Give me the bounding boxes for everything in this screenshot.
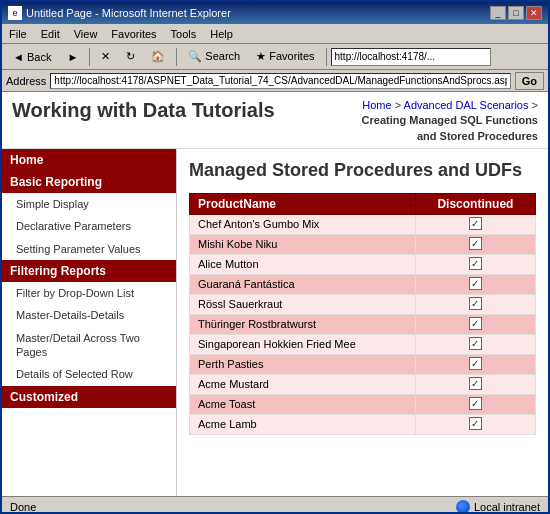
menu-tools[interactable]: Tools: [168, 27, 200, 41]
table-cell-name: Chef Anton's Gumbo Mix: [190, 214, 416, 234]
table-cell-discontinued: [415, 294, 535, 314]
address-bar: Address Go: [2, 70, 548, 92]
forward-button[interactable]: ►: [60, 48, 85, 66]
table-cell-discontinued: [415, 214, 535, 234]
go-button[interactable]: Go: [515, 72, 544, 90]
menu-help[interactable]: Help: [207, 27, 236, 41]
sidebar-home[interactable]: Home: [2, 149, 176, 171]
page-content: Working with Data Tutorials Home > Advan…: [2, 92, 548, 496]
toolbar-separator-2: [176, 48, 177, 66]
breadcrumb-section[interactable]: Advanced DAL Scenarios: [404, 99, 529, 111]
page-title: Working with Data Tutorials: [12, 98, 275, 122]
table-cell-discontinued: [415, 394, 535, 414]
minimize-button[interactable]: _: [490, 6, 506, 20]
sidebar-setting-parameter-values[interactable]: Setting Parameter Values: [2, 238, 176, 260]
table-cell-name: Acme Mustard: [190, 374, 416, 394]
search-button[interactable]: 🔍 Search: [181, 47, 247, 66]
checkbox-icon: [469, 237, 482, 250]
sidebar-master-detail-pages[interactable]: Master/Detail Across Two Pages: [2, 327, 176, 364]
data-table: ProductName Discontinued Chef Anton's Gu…: [189, 193, 536, 435]
globe-icon: [456, 500, 470, 514]
breadcrumb: Home > Advanced DAL Scenarios > Creating…: [358, 98, 538, 144]
checkbox-icon: [469, 397, 482, 410]
sidebar-filter-dropdown[interactable]: Filter by Drop-Down List: [2, 282, 176, 304]
table-cell-discontinued: [415, 414, 535, 434]
sidebar-basic-reporting[interactable]: Basic Reporting: [2, 171, 176, 193]
checkbox-icon: [469, 357, 482, 370]
table-cell-name: Acme Toast: [190, 394, 416, 414]
sidebar: Home Basic Reporting Simple Display Decl…: [2, 149, 177, 496]
toolbar: ◄ Back ► ✕ ↻ 🏠 🔍 Search ★ Favorites: [2, 44, 548, 70]
breadcrumb-separator: >: [532, 99, 538, 111]
status-bar: Done Local intranet: [2, 496, 548, 514]
table-cell-discontinued: [415, 234, 535, 254]
checkbox-icon: [469, 297, 482, 310]
window-controls[interactable]: _ □ ✕: [490, 6, 542, 20]
status-text: Done: [10, 501, 36, 513]
menu-view[interactable]: View: [71, 27, 101, 41]
page-body: Home Basic Reporting Simple Display Decl…: [2, 149, 548, 496]
title-bar: e Untitled Page - Microsoft Internet Exp…: [2, 2, 548, 24]
breadcrumb-home[interactable]: Home: [362, 99, 391, 111]
table-cell-name: Mishi Kobe Niku: [190, 234, 416, 254]
sidebar-declarative-parameters[interactable]: Declarative Parameters: [2, 215, 176, 237]
maximize-button[interactable]: □: [508, 6, 524, 20]
table-cell-discontinued: [415, 274, 535, 294]
page-header: Working with Data Tutorials Home > Advan…: [2, 92, 548, 149]
refresh-button[interactable]: ↻: [119, 47, 142, 66]
table-cell-name: Thüringer Rostbratwurst: [190, 314, 416, 334]
checkbox-icon: [469, 257, 482, 270]
table-cell-discontinued: [415, 354, 535, 374]
menu-edit[interactable]: Edit: [38, 27, 63, 41]
checkbox-icon: [469, 377, 482, 390]
sidebar-filtering-reports[interactable]: Filtering Reports: [2, 260, 176, 282]
stop-button[interactable]: ✕: [94, 47, 117, 66]
sidebar-customized[interactable]: Customized: [2, 386, 176, 408]
checkbox-icon: [469, 217, 482, 230]
checkbox-icon: [469, 317, 482, 330]
table-cell-discontinued: [415, 254, 535, 274]
favorites-button[interactable]: ★ Favorites: [249, 47, 321, 66]
address-label: Address: [6, 75, 46, 87]
zone-text: Local intranet: [474, 501, 540, 513]
main-heading: Managed Stored Procedures and UDFs: [189, 159, 536, 182]
ie-icon: e: [8, 6, 22, 20]
table-cell-name: Alice Mutton: [190, 254, 416, 274]
checkbox-icon: [469, 337, 482, 350]
main-content: Managed Stored Procedures and UDFs Produ…: [177, 149, 548, 496]
home-button[interactable]: 🏠: [144, 47, 172, 66]
breadcrumb-current: Creating Managed SQL Functions and Store…: [362, 114, 538, 141]
back-button[interactable]: ◄ Back: [6, 48, 58, 66]
table-cell-name: Guaraná Fantástica: [190, 274, 416, 294]
sidebar-master-details[interactable]: Master-Details-Details: [2, 304, 176, 326]
menu-file[interactable]: File: [6, 27, 30, 41]
menu-bar: File Edit View Favorites Tools Help: [2, 24, 548, 44]
checkbox-icon: [469, 417, 482, 430]
col-header-product: ProductName: [190, 193, 416, 214]
table-cell-name: Singaporean Hokkien Fried Mee: [190, 334, 416, 354]
toolbar-separator-1: [89, 48, 90, 66]
table-cell-discontinued: [415, 334, 535, 354]
search-input[interactable]: [331, 48, 491, 66]
table-cell-name: Acme Lamb: [190, 414, 416, 434]
sidebar-details-selected-row[interactable]: Details of Selected Row: [2, 363, 176, 385]
col-header-discontinued: Discontinued: [415, 193, 535, 214]
table-cell-discontinued: [415, 374, 535, 394]
table-cell-discontinued: [415, 314, 535, 334]
title-bar-left: e Untitled Page - Microsoft Internet Exp…: [8, 6, 231, 20]
table-cell-name: Perth Pasties: [190, 354, 416, 374]
menu-favorites[interactable]: Favorites: [108, 27, 159, 41]
address-input[interactable]: [50, 73, 510, 89]
table-cell-name: Rössl Sauerkraut: [190, 294, 416, 314]
sidebar-simple-display[interactable]: Simple Display: [2, 193, 176, 215]
close-button[interactable]: ✕: [526, 6, 542, 20]
checkbox-icon: [469, 277, 482, 290]
toolbar-separator-3: [326, 48, 327, 66]
status-right: Local intranet: [456, 500, 540, 514]
window-title: Untitled Page - Microsoft Internet Explo…: [26, 7, 231, 19]
